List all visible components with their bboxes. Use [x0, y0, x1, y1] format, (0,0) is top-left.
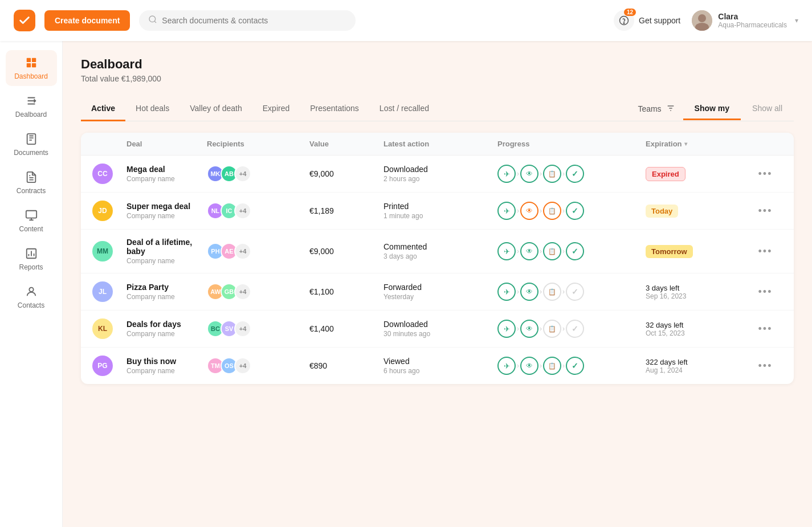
deal-company: Company name	[127, 330, 207, 338]
svg-rect-11	[26, 211, 36, 218]
progress-col: ✈ › 👁 › 📋 › ✓	[497, 357, 646, 375]
sidebar-item-dealboard[interactable]: Dealboard	[6, 88, 57, 124]
sort-icon: ▾	[684, 141, 687, 147]
deal-avatar: JL	[92, 281, 113, 302]
action-col: Printed 1 minute ago	[383, 202, 497, 220]
step-sign: 📋	[543, 357, 561, 375]
deal-name: Mega deal	[127, 165, 207, 174]
deal-company: Company name	[127, 175, 207, 183]
svg-rect-6	[26, 58, 30, 62]
col-action: Latest action	[383, 140, 497, 148]
page-title: Dealboard	[81, 57, 794, 72]
sidebar-item-content[interactable]: Content	[6, 203, 57, 239]
content-icon	[25, 209, 38, 222]
contracts-icon	[25, 170, 38, 184]
action-col: Forwarded Yesterday	[383, 283, 497, 301]
show-my-button[interactable]: Show my	[683, 98, 741, 120]
create-document-button[interactable]: Create document	[44, 10, 130, 31]
deal-avatar-col: KL	[92, 318, 127, 339]
step-view: 👁	[520, 320, 538, 338]
main-content: Dealboard Total value €1,989,000 Active …	[63, 41, 812, 527]
action-col: Downloaded 2 hours ago	[383, 165, 497, 183]
col-expiration: Expiration ▾	[646, 140, 748, 148]
teams-label: Teams	[638, 104, 661, 113]
recipients-col: TM OS +4	[207, 357, 309, 374]
step-complete: ✓	[566, 242, 584, 260]
value-col: €1,189	[309, 206, 383, 215]
row-more-button[interactable]: •••	[748, 323, 782, 335]
deal-avatar: CC	[92, 164, 113, 184]
svg-rect-7	[31, 58, 35, 62]
sidebar-item-reports[interactable]: Reports	[6, 241, 57, 277]
row-more-button[interactable]: •••	[748, 168, 782, 180]
get-support-button[interactable]: 12 Get support	[614, 10, 680, 31]
view-toggle: Show my Show all	[683, 98, 794, 120]
sidebar-item-label: Content	[19, 225, 43, 233]
expiration-badge: Expired	[646, 167, 685, 181]
user-menu[interactable]: Clara Aqua-Pharmaceuticals ▾	[692, 10, 798, 31]
svg-rect-8	[26, 63, 30, 67]
deals-table: Deal Recipients Value Latest action Prog…	[81, 133, 794, 384]
progress-col: ✈ › 👁 › 📋 › ✓	[497, 320, 646, 338]
tab-hot-deals[interactable]: Hot deals	[125, 97, 179, 121]
expiration-col: 3 days left Sep 16, 2023	[646, 284, 748, 300]
expiration-col: Tomorrow	[646, 245, 748, 258]
deal-avatar-col: JD	[92, 201, 127, 221]
recipients-col: BC SV +4	[207, 320, 309, 337]
progress-col: ✈ › 👁 › 📋 › ✓	[497, 202, 646, 220]
deal-avatar: KL	[92, 318, 113, 339]
row-more-button[interactable]: •••	[748, 246, 782, 258]
col-deal: Deal	[127, 140, 207, 148]
svg-point-13	[29, 288, 33, 292]
deal-avatar-col: MM	[92, 241, 127, 262]
tab-lost[interactable]: Lost / recalled	[369, 97, 439, 121]
tab-presentations[interactable]: Presentations	[300, 97, 369, 121]
tab-active[interactable]: Active	[81, 97, 125, 121]
progress-col: ✈ › 👁 › 📋 › ✓	[497, 165, 646, 183]
recipients-col: AW GB +4	[207, 283, 309, 300]
step-view: 👁	[520, 283, 538, 301]
col-progress: Progress	[497, 140, 646, 148]
step-view: 👁	[520, 202, 538, 220]
deal-info-col: Deals for days Company name	[127, 320, 207, 338]
search-bar	[139, 10, 356, 31]
tab-expired[interactable]: Expired	[252, 97, 300, 121]
step-view: 👁	[520, 165, 538, 183]
support-badge: 12	[624, 9, 636, 16]
show-all-button[interactable]: Show all	[741, 98, 794, 120]
expiration-col: Expired	[646, 167, 748, 181]
deal-avatar-col: JL	[92, 281, 127, 302]
action-col: Downloaded 30 minutes ago	[383, 320, 497, 338]
action-col: Viewed 6 hours ago	[383, 357, 497, 375]
row-more-button[interactable]: •••	[748, 286, 782, 298]
topbar: Create document 12 Get support Clara Aqu…	[0, 0, 812, 41]
sidebar-item-contracts[interactable]: Contracts	[6, 165, 57, 201]
recipient-more: +4	[234, 320, 251, 337]
sidebar-item-label: Documents	[14, 149, 48, 157]
get-support-label: Get support	[639, 16, 680, 25]
recipient-more: +4	[234, 202, 251, 219]
sidebar-item-dashboard[interactable]: Dashboard	[6, 50, 57, 86]
sidebar-item-documents[interactable]: Documents	[6, 126, 57, 162]
recipient-more: +4	[234, 357, 251, 374]
logo[interactable]	[14, 10, 35, 31]
tabs-row: Active Hot deals Valley of death Expired…	[81, 97, 794, 121]
tab-valley-of-death[interactable]: Valley of death	[179, 97, 252, 121]
deal-company: Company name	[127, 367, 207, 375]
page-subtitle: Total value €1,989,000	[81, 74, 794, 83]
progress-col: ✈ › 👁 › 📋 › ✓	[497, 242, 646, 260]
row-more-button[interactable]: •••	[748, 205, 782, 217]
expiration-date: Oct 15, 2023	[646, 329, 748, 337]
user-company: Aqua-Pharmaceuticals	[718, 21, 787, 29]
deal-info-col: Buy this now Company name	[127, 357, 207, 375]
sidebar-item-label: Reports	[19, 263, 43, 271]
search-input[interactable]	[162, 16, 346, 25]
row-more-button[interactable]: •••	[748, 360, 782, 372]
teams-filter[interactable]: Teams	[630, 99, 683, 119]
sidebar-item-contacts[interactable]: Contacts	[6, 279, 57, 315]
value-col: €1,100	[309, 287, 383, 296]
user-name: Clara	[718, 12, 787, 21]
dealboard-icon	[25, 94, 38, 108]
step-view: 👁	[520, 357, 538, 375]
svg-point-0	[149, 16, 156, 22]
